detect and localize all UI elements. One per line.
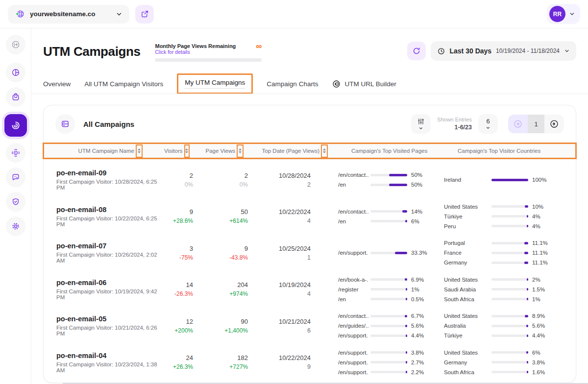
sort-icon[interactable] bbox=[138, 148, 141, 153]
stat-percent: 1% bbox=[532, 296, 540, 302]
page-views-change: -43.8% bbox=[193, 254, 248, 261]
top-visited-pages: /en/support... 3.8% /en/support... 2.7% … bbox=[311, 348, 444, 377]
top-date-value: 10/21/2024 bbox=[248, 318, 311, 325]
annotation-sort-icon bbox=[184, 144, 190, 158]
stat-label: Australia bbox=[444, 323, 490, 329]
stat-label: Türkiye bbox=[444, 214, 490, 219]
tab-all-utm-campaign-visitors[interactable]: All UTM Campaign Visitors bbox=[84, 80, 163, 88]
percentage-bar bbox=[370, 252, 407, 254]
stat-line: South Africa 1.6% bbox=[444, 367, 576, 377]
percentage-bar bbox=[370, 371, 407, 373]
sidebar-item-utm-campaigns[interactable] bbox=[4, 114, 27, 137]
percentage-bar-fill bbox=[405, 220, 408, 222]
page-views-value: 9 bbox=[193, 245, 248, 252]
sidebar-item-privacy[interactable] bbox=[6, 192, 25, 212]
top-visitor-countries: United States 10% Türkiye 4% Peru 4% bbox=[444, 202, 576, 231]
sort-icon[interactable] bbox=[323, 148, 326, 153]
stat-percent: 10% bbox=[532, 204, 543, 210]
column-filter-button[interactable] bbox=[411, 114, 431, 134]
prev-page-button[interactable] bbox=[508, 115, 528, 133]
percentage-bar bbox=[370, 174, 407, 176]
stat-line: United States 10% bbox=[444, 202, 576, 212]
stat-line: South Africa 1% bbox=[444, 294, 576, 304]
campaign-name: po-en-email-05 bbox=[56, 315, 164, 323]
stat-line: /register 1% bbox=[338, 285, 444, 294]
stat-label: /en/contact... bbox=[338, 172, 368, 178]
percentage-bar-fill bbox=[402, 210, 408, 213]
site-selector[interactable]: yourwebsitename.co bbox=[8, 5, 129, 24]
stat-percent: 6% bbox=[532, 350, 540, 356]
percentage-bar bbox=[491, 225, 528, 227]
page-size-select[interactable]: 6 bbox=[478, 114, 498, 134]
percentage-bar-fill bbox=[527, 215, 528, 217]
stat-label: /en/contact... bbox=[338, 313, 368, 319]
column-header-top-visitor-countries: Campaign's Top Visitor Countries bbox=[444, 148, 575, 154]
top-date-views: 2 bbox=[248, 181, 311, 188]
table-row[interactable]: po-en-email-07 First Campaign Visitor: 1… bbox=[44, 235, 576, 271]
stat-label: Peru bbox=[444, 223, 490, 229]
sidebar-item-ecommerce[interactable] bbox=[6, 87, 25, 107]
column-header-page-views: Page Views bbox=[194, 144, 248, 158]
stat-percent: 4.4% bbox=[411, 333, 424, 338]
percentage-bar bbox=[491, 278, 528, 281]
top-date-value: 10/22/2024 bbox=[248, 354, 311, 361]
tab-my-utm-campaigns[interactable]: My UTM Campaigns bbox=[185, 79, 245, 89]
quota-details-link[interactable]: Click for details bbox=[155, 49, 236, 55]
first-campaign-visitor: First Campaign Visitor: 10/28/2024, 6:25… bbox=[56, 179, 164, 191]
visitors-value: 3 bbox=[164, 245, 193, 252]
tab-campaign-charts[interactable]: Campaign Charts bbox=[267, 80, 318, 88]
refresh-button[interactable] bbox=[407, 42, 426, 60]
tab-utm-url-builder[interactable]: UTM URL Builder bbox=[332, 79, 396, 89]
sidebar-item-collapse[interactable] bbox=[6, 35, 25, 54]
percentage-bar-fill bbox=[524, 252, 528, 254]
first-campaign-visitor: First Campaign Visitor: 10/23/2024, 1:38… bbox=[56, 361, 164, 373]
sidebar-item-dashboard[interactable] bbox=[6, 63, 25, 82]
percentage-bar bbox=[491, 335, 528, 337]
percentage-bar-fill bbox=[527, 298, 528, 300]
visitors-change: 0% bbox=[164, 181, 193, 188]
open-site-button[interactable] bbox=[135, 5, 154, 24]
table-row[interactable]: po-en-email-04 First Campaign Visitor: 1… bbox=[44, 344, 576, 381]
account-menu[interactable]: RR bbox=[547, 4, 580, 24]
stat-percent: 11.1% bbox=[532, 260, 548, 265]
sliders-icon bbox=[417, 118, 425, 125]
sort-icon[interactable] bbox=[239, 148, 242, 153]
tab-overview[interactable]: Overview bbox=[43, 80, 71, 88]
sort-icon[interactable] bbox=[185, 148, 188, 153]
stat-percent: 3.8% bbox=[532, 360, 545, 365]
table-row[interactable]: po-en-email-09 First Campaign Visitor: 1… bbox=[44, 162, 576, 198]
settings-gear-icon bbox=[11, 221, 21, 231]
top-date-value: 10/19/2024 bbox=[248, 281, 311, 288]
table-body: po-en-email-09 First Campaign Visitor: 1… bbox=[44, 159, 576, 383]
stat-label: Saudi Arabia bbox=[444, 287, 490, 292]
pagination: 1 bbox=[508, 115, 564, 133]
percentage-bar-fill bbox=[406, 351, 407, 354]
screen-record-icon bbox=[11, 148, 21, 158]
visitors-change: +28.6% bbox=[164, 217, 193, 224]
stat-label: South Africa bbox=[444, 369, 490, 375]
column-header-top-date: Top Date (Page Views) bbox=[248, 144, 331, 158]
percentage-bar-fill bbox=[527, 361, 528, 363]
stat-line: France 11.1% bbox=[444, 248, 576, 258]
chevron-down-icon bbox=[418, 126, 423, 131]
table-row[interactable]: po-en-email-08 First Campaign Visitor: 1… bbox=[44, 198, 576, 235]
arrow-left-circle-icon bbox=[513, 119, 523, 129]
next-page-button[interactable] bbox=[544, 115, 564, 133]
sidebar-item-feedback[interactable] bbox=[6, 168, 25, 187]
percentage-bar-fill bbox=[525, 205, 529, 208]
stat-label: /register bbox=[338, 287, 368, 292]
table-row[interactable]: po-en-email-05 First Campaign Visitor: 1… bbox=[44, 308, 576, 344]
chevron-down-icon bbox=[564, 48, 570, 54]
date-range-picker[interactable]: Last 30 Days 10/19/2024 - 11/18/2024 bbox=[431, 41, 577, 61]
globe-icon bbox=[15, 9, 25, 19]
visitors-value: 14 bbox=[164, 281, 193, 288]
stat-label: Türkiye bbox=[444, 333, 490, 338]
visitors-value: 12 bbox=[164, 318, 193, 325]
percentage-bar-fill bbox=[395, 252, 407, 254]
stat-label: United States bbox=[444, 313, 490, 319]
sidebar-item-settings[interactable] bbox=[6, 216, 25, 236]
percentage-bar bbox=[370, 315, 407, 317]
sidebar-item-recordings[interactable] bbox=[6, 143, 25, 163]
percentage-bar-fill bbox=[527, 371, 528, 373]
table-row[interactable]: po-en-email-06 First Campaign Visitor: 1… bbox=[44, 271, 576, 308]
